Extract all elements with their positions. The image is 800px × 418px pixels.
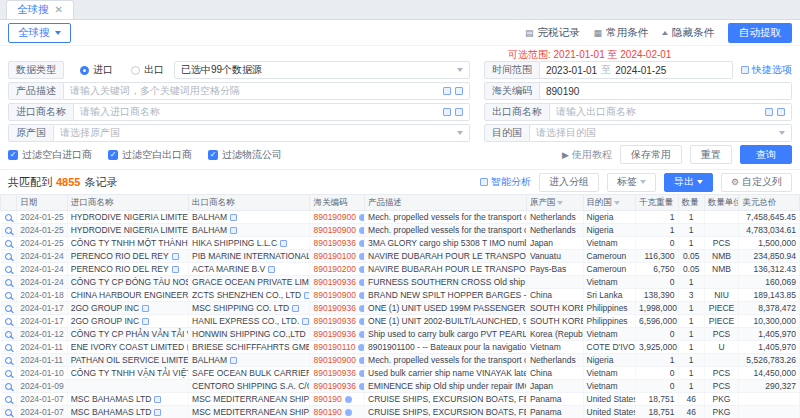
export-button[interactable]: 导出 [664,173,713,192]
tutorial-link[interactable]: ▶ 使用教程 [562,148,612,162]
filter-funnel-icon[interactable] [557,201,563,205]
table-row[interactable]: 2024-01-07MSC BAHAMAS LTDMSC MEDITERRANE… [1,406,800,418]
company-profile-icon[interactable] [230,357,237,364]
hs-detail-icon[interactable] [345,396,352,403]
customize-columns-button[interactable]: ⚙ 自定义列 [721,173,792,192]
cell-importer-name[interactable]: MSC BAHAMAS LTD [67,393,188,406]
cell-exporter-name[interactable]: HIKA SHIPPING L.L.C [189,237,310,250]
company-profile-icon[interactable] [268,266,275,273]
cell-exporter-name[interactable]: ACTA MARINE B.V [189,263,310,276]
table-row[interactable]: 2024-01-172GO GROUP INCMSC SHIPPING CO. … [1,302,800,315]
cell-exporter-name[interactable]: MSC SHIPPING CO. LTD [189,302,310,315]
hide-conditions-button[interactable]: 隐藏条件 [662,26,714,40]
auto-extract-button[interactable]: 自动提取 [728,23,792,43]
magnifier-icon[interactable] [5,396,12,403]
scope-dropdown-button[interactable]: 全球搜 [8,23,71,43]
cell-hs-code[interactable]: 890190900 [310,224,365,237]
cell-exporter-name[interactable]: PIB MARINE INTERNATIONAL - INC [189,250,310,263]
hs-detail-icon[interactable] [359,305,365,312]
tag-button[interactable]: 标签 [607,173,656,192]
cell-hs-code[interactable]: 890190100 [310,250,365,263]
smart-analysis-button[interactable]: 智能分析 [480,175,531,189]
magnifier-icon[interactable] [5,214,12,221]
table-row[interactable]: 2024-01-25HYDRODIVE NIGERIA LIMITEDBALHA… [1,211,800,224]
table-row[interactable]: 2024-01-24CÔNG TY CP ĐÓNG TÀU NOSCO SHIP… [1,276,800,289]
cell-importer-name[interactable]: 2GO GROUP INC [67,315,188,328]
magnifier-icon[interactable] [5,240,12,247]
magnifier-icon[interactable] [5,266,12,273]
hs-code-input[interactable]: 890190 [540,82,792,100]
company-profile-icon[interactable] [230,214,237,221]
cell-importer-name[interactable]: CÔNG TY TNHH VẬN TẢI VIỆT THUẬN [67,367,188,380]
radio-import[interactable]: 进口 [80,63,113,77]
exact-match-icon[interactable] [765,108,773,116]
magnifier-icon[interactable] [5,305,12,312]
hs-detail-icon[interactable] [359,318,365,325]
magnifier-icon[interactable] [5,370,12,377]
company-profile-icon[interactable] [292,305,299,312]
date-range-input[interactable]: 2023-01-01 至 2024-01-25 [540,61,733,79]
company-profile-icon[interactable] [172,253,179,260]
cell-importer-name[interactable]: ENE IVORY COAST LIMITED [67,341,188,354]
cell-importer-name[interactable]: CÔNG TY CP ĐÓNG TÀU NOSCO SHIPYARD [67,276,188,289]
batch-input-icon[interactable] [455,87,463,95]
table-row[interactable]: 2024-01-11ENE IVORY COAST LIMITEDBRIESE … [1,341,800,354]
enter-group-button[interactable]: 进入分组 [539,173,599,192]
cell-hs-code[interactable]: 890190110 [310,341,365,354]
cell-importer-name[interactable] [67,380,188,393]
cell-hs-code[interactable]: 890190 [310,406,365,418]
column-header-quantity-unit[interactable]: 数量单位 [704,195,738,211]
tab-global-search[interactable]: 全球搜 ✕ [6,0,74,19]
data-source-select[interactable]: 已选中99个数据源 [174,61,470,79]
cell-hs-code[interactable]: 890190936 [310,328,365,341]
cell-exporter-name[interactable]: BRIESE SCHIFFFAHRTS GMBH & CO [189,341,310,354]
table-row[interactable]: 2024-01-172GO GROUP INCHANIL EXPRESS CO.… [1,315,800,328]
cell-importer-name[interactable]: CHINA HARBOUR ENGINEERING CO LTD [67,289,188,302]
table-row[interactable]: 2024-01-24PERENCO RIO DEL REYPIB MARINE … [1,250,800,263]
radio-export[interactable]: 出口 [131,63,164,77]
cell-hs-code[interactable]: 890190936 [310,380,365,393]
cell-exporter-name[interactable]: HANIL EXPRESS CO., LTD. [189,315,310,328]
records-button[interactable]: ▤ 完税记录 [525,26,580,40]
exact-match-icon[interactable] [443,108,451,116]
date-from-value[interactable]: 2023-01-01 [546,65,597,76]
table-row[interactable]: 2024-01-18CHINA HARBOUR ENGINEERING CO L… [1,289,800,302]
magnifier-icon[interactable] [5,292,12,299]
close-icon[interactable]: ✕ [55,5,63,15]
cell-importer-name[interactable]: MSC BAHAMAS LTD [67,406,188,418]
column-header-importer-name[interactable]: 进口商名称 [67,195,188,211]
exact-match-icon[interactable] [443,87,451,95]
table-row[interactable]: 2024-01-09CENTORO SHIPPING S.A. C/O DAIS… [1,380,800,393]
cell-hs-code[interactable]: 890190936 [310,367,365,380]
company-profile-icon[interactable] [230,227,237,234]
cell-exporter-name[interactable]: BALHAM [189,354,310,367]
hs-detail-icon[interactable] [359,331,365,338]
column-header-quantity[interactable]: 数量 [678,195,704,211]
hs-detail-icon[interactable] [359,292,365,299]
hs-detail-icon[interactable] [345,409,352,416]
hs-detail-icon[interactable] [359,357,365,364]
date-to-value[interactable]: 2024-01-25 [615,65,666,76]
cell-hs-code[interactable]: 890190200 [310,263,365,276]
hs-detail-icon[interactable] [359,240,365,247]
importer-input[interactable]: 请输入进口商名称 [74,103,470,121]
cell-hs-code[interactable]: 890190900 [310,289,365,302]
cell-importer-name[interactable]: CÔNG TY CP PHẢN VẢN TẢI VÀ TIẾP VẬN P [67,328,188,341]
hs-detail-icon[interactable] [359,370,365,377]
cell-hs-code[interactable]: 890190 [310,393,365,406]
common-conditions-button[interactable]: ▦ 常用条件 [593,26,648,40]
batch-input-icon[interactable] [455,108,463,116]
magnifier-icon[interactable] [5,253,12,260]
hs-detail-icon[interactable] [359,214,365,221]
cell-hs-code[interactable]: 890190936 [310,276,365,289]
table-row[interactable]: 2024-01-25HYDRODIVE NIGERIA LIMITEDBALHA… [1,224,800,237]
cell-exporter-name[interactable]: HONWIN SHIPPING CO.,LTD [189,328,310,341]
cell-importer-name[interactable]: 2GO GROUP INC [67,302,188,315]
magnifier-icon[interactable] [5,383,12,390]
hs-detail-icon[interactable] [358,344,364,351]
table-row[interactable]: 2024-01-25CÔNG TY TNHH MỘT THÀNH VIÊN ĐÓ… [1,237,800,250]
table-row[interactable]: 2024-01-07MSC BAHAMAS LTDMSC MEDITERRANE… [1,393,800,406]
cell-importer-name[interactable]: PERENCO RIO DEL REY [67,263,188,276]
column-header-usd-total[interactable]: 美元总价 [739,195,800,211]
company-profile-icon[interactable] [302,318,309,325]
